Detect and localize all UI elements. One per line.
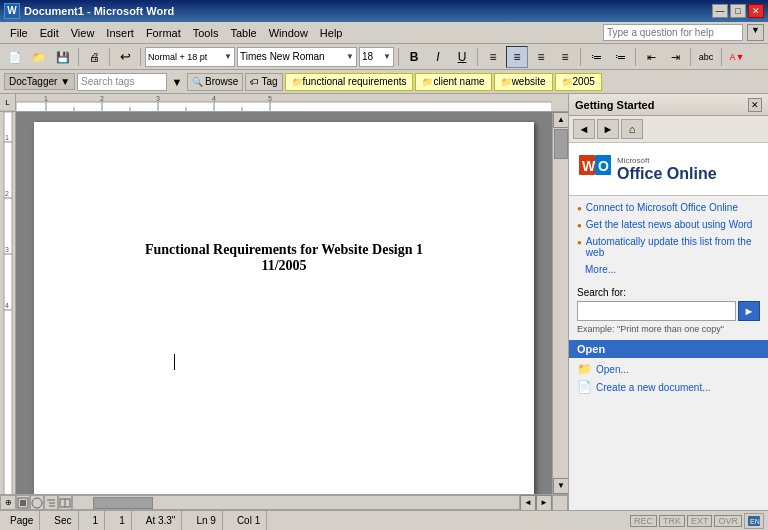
more-link[interactable]: More... xyxy=(577,264,760,275)
open-button[interactable]: 📁 xyxy=(28,46,50,68)
menu-view[interactable]: View xyxy=(65,25,101,41)
view-reading-btn[interactable] xyxy=(58,495,72,510)
maximize-button[interactable]: □ xyxy=(730,4,746,18)
underline-button[interactable]: U xyxy=(451,46,473,68)
search-go-button[interactable]: ► xyxy=(738,301,760,321)
font-size-dropdown[interactable]: 18 ▼ xyxy=(359,47,394,67)
ask-dropdown-button[interactable]: ▼ xyxy=(747,24,764,41)
sidebar-search-input[interactable] xyxy=(577,301,736,321)
svg-text:O: O xyxy=(598,158,609,174)
sidebar-back-button[interactable]: ◄ xyxy=(573,119,595,139)
menu-help[interactable]: Help xyxy=(314,25,349,41)
italic-button[interactable]: I xyxy=(427,46,449,68)
doc-line1: Functional Requirements for Website Desi… xyxy=(84,242,484,258)
menu-insert[interactable]: Insert xyxy=(100,25,140,41)
svg-text:1: 1 xyxy=(44,95,48,102)
print-button[interactable]: 🖨 xyxy=(83,46,105,68)
status-rec: REC xyxy=(630,515,657,527)
tag-client-name[interactable]: 📁 client name xyxy=(415,73,491,91)
sidebar-link-2[interactable]: ● Automatically update this list from th… xyxy=(577,236,760,258)
bullet-2: ● xyxy=(577,238,582,247)
doctagger-dropdown[interactable]: DocTagger ▼ xyxy=(4,73,75,90)
status-sec-num: 1 xyxy=(113,511,132,530)
align-center-button[interactable]: ≡ xyxy=(506,46,528,68)
h-scroll-right-btn[interactable]: ► xyxy=(536,495,552,510)
sidebar-home-button[interactable]: ⌂ xyxy=(621,119,643,139)
new-button[interactable]: 📄 xyxy=(4,46,26,68)
search-example: Example: "Print more than one copy" xyxy=(577,324,760,334)
h-scroll-left-btns[interactable]: ⊕ xyxy=(0,495,16,510)
increase-indent-button[interactable]: ⇥ xyxy=(664,46,686,68)
bold-button[interactable]: B xyxy=(403,46,425,68)
office-logo-area: W O Microsoft Office Online xyxy=(569,143,768,196)
menu-tools[interactable]: Tools xyxy=(187,25,225,41)
status-indicators: REC TRK EXT OVR EN xyxy=(630,513,764,529)
sidebar-link-0[interactable]: ● Connect to Microsoft Office Online xyxy=(577,202,760,213)
numbering-button[interactable]: ≔ xyxy=(609,46,631,68)
style-dropdown[interactable]: Normal + 18 pt ▼ xyxy=(145,47,235,67)
new-doc-link[interactable]: 📄 Create a new document... xyxy=(577,380,760,394)
decrease-indent-button[interactable]: ⇤ xyxy=(640,46,662,68)
minimize-button[interactable]: — xyxy=(712,4,728,18)
sidebar-link-1[interactable]: ● Get the latest news about using Word xyxy=(577,219,760,230)
tag-icon: 🏷 xyxy=(250,77,259,87)
tag-button[interactable]: 🏷 Tag xyxy=(245,73,282,91)
sidebar-forward-button[interactable]: ► xyxy=(597,119,619,139)
align-left-button[interactable]: ≡ xyxy=(482,46,504,68)
scroll-thumb-v[interactable] xyxy=(554,129,568,159)
tag-website[interactable]: 📁 website xyxy=(494,73,553,91)
status-language-icon[interactable]: EN xyxy=(744,513,764,529)
menu-table[interactable]: Table xyxy=(224,25,262,41)
ask-question-input[interactable] xyxy=(603,24,743,41)
h-scroll-thumb[interactable] xyxy=(93,497,153,509)
svg-text:4: 4 xyxy=(212,95,216,102)
menu-format[interactable]: Format xyxy=(140,25,187,41)
horizontal-ruler: 1 2 3 4 5 xyxy=(16,94,552,111)
horizontal-scrollbar[interactable] xyxy=(72,495,520,510)
toolbar-separator-5 xyxy=(477,48,478,66)
status-position: At 3.3" xyxy=(140,511,183,530)
highlight-button[interactable]: abc xyxy=(695,46,717,68)
document-content: Functional Requirements for Website Desi… xyxy=(84,242,484,374)
view-outline-btn[interactable] xyxy=(44,495,58,510)
document-area[interactable]: Functional Requirements for Website Desi… xyxy=(16,112,552,494)
editor-area: L 1 2 3 4 5 xyxy=(0,94,568,510)
folder-icon-yr: 📁 xyxy=(562,77,573,87)
style-value: Normal + 18 pt xyxy=(148,52,222,62)
close-button[interactable]: ✕ xyxy=(748,4,764,18)
menu-window[interactable]: Window xyxy=(263,25,314,41)
bullets-button[interactable]: ≔ xyxy=(585,46,607,68)
window-controls: — □ ✕ xyxy=(712,4,764,18)
office-logo-icon: W O xyxy=(577,151,613,187)
tag-2005[interactable]: 📁 2005 xyxy=(555,73,602,91)
font-color-button[interactable]: A▼ xyxy=(726,46,748,68)
scroll-up-button[interactable]: ▲ xyxy=(553,112,568,128)
sidebar-close-button[interactable]: ✕ xyxy=(748,98,762,112)
status-page-num: 1 xyxy=(87,511,106,530)
title-bar: W Document1 - Microsoft Word — □ ✕ xyxy=(0,0,768,22)
svg-text:3: 3 xyxy=(5,246,9,253)
scroll-down-button[interactable]: ▼ xyxy=(553,478,568,494)
save-button[interactable]: 💾 xyxy=(52,46,74,68)
tag-functional-requirements[interactable]: 📁 functional requirements xyxy=(285,73,414,91)
menu-edit[interactable]: Edit xyxy=(34,25,65,41)
justify-button[interactable]: ≡ xyxy=(554,46,576,68)
browse-button[interactable]: 🔍 Browse xyxy=(187,73,243,91)
menu-file[interactable]: File xyxy=(4,25,34,41)
office-online-label: Office Online xyxy=(617,165,717,183)
ruler-row: L 1 2 3 4 5 xyxy=(0,94,568,112)
svg-text:4: 4 xyxy=(5,302,9,309)
status-trk: TRK xyxy=(659,515,685,527)
vertical-ruler-svg: 1 2 3 4 xyxy=(0,112,16,494)
content-area: L 1 2 3 4 5 xyxy=(0,94,768,510)
h-scroll-left-btn[interactable]: ◄ xyxy=(520,495,536,510)
toolbar-separator-2 xyxy=(109,48,110,66)
align-right-button[interactable]: ≡ xyxy=(530,46,552,68)
undo-button[interactable]: ↩ xyxy=(114,46,136,68)
view-normal-btn[interactable] xyxy=(16,495,30,510)
toolbar-separator-8 xyxy=(690,48,691,66)
open-file-link[interactable]: 📁 Open... xyxy=(577,362,760,376)
search-tags-dropdown-arrow[interactable]: ▼ xyxy=(169,73,185,91)
view-web-btn[interactable] xyxy=(30,495,44,510)
font-dropdown[interactable]: Times New Roman ▼ xyxy=(237,47,357,67)
